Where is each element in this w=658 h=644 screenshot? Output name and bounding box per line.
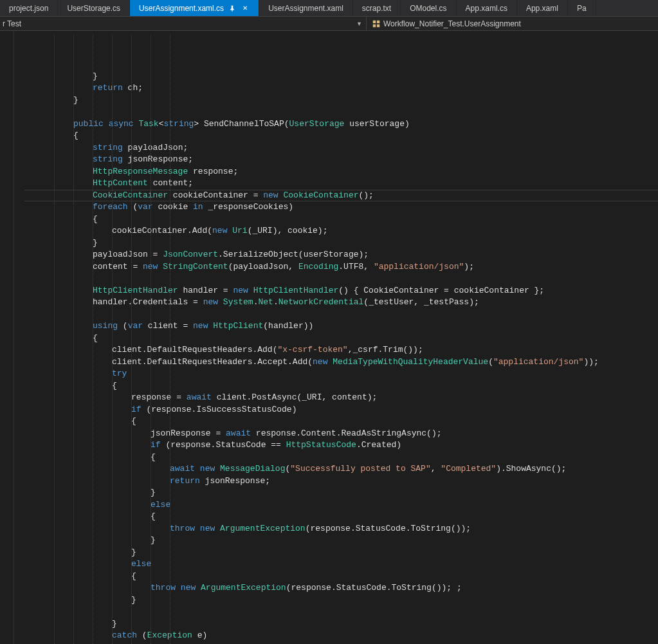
tab-label: UserStorage.cs — [67, 4, 120, 13]
code-line[interactable]: } — [24, 547, 658, 559]
code-line[interactable] — [24, 106, 658, 118]
code-line[interactable]: content = new StringContent(payloadJson,… — [24, 261, 658, 273]
code-line[interactable]: jsonResponse = await response.Content.Re… — [24, 428, 658, 440]
code-line[interactable]: handler.Credentials = new System.Net.Net… — [24, 297, 658, 309]
member-label: Workflow_Notifier_Test.UserAssignment — [383, 19, 521, 28]
pin-icon[interactable] — [228, 4, 237, 13]
svg-rect-0 — [373, 20, 376, 23]
tab-bar: project.jsonUserStorage.csUserAssignment… — [0, 0, 658, 17]
tab-label: UserAssignment.xaml — [268, 4, 343, 13]
code-line[interactable]: } — [24, 237, 658, 250]
code-line[interactable]: } — [24, 71, 658, 83]
tab-pa[interactable]: Pa — [568, 0, 596, 16]
tab-project-json[interactable]: project.json — [0, 0, 58, 16]
code-line[interactable]: { — [24, 571, 658, 583]
code-line[interactable]: return ch; — [24, 82, 658, 95]
code-line[interactable]: else — [24, 499, 658, 511]
code-line[interactable]: await new MessageDialog("Successfully po… — [24, 463, 658, 475]
code-line[interactable]: return jsonResponse; — [24, 475, 658, 488]
code-line[interactable]: { — [24, 642, 658, 645]
code-line[interactable]: CookieContainer cookieContainer = new Co… — [24, 190, 658, 202]
tab-userassignment-xaml-cs[interactable]: UserAssignment.xaml.cs✕ — [130, 0, 259, 16]
code-line[interactable]: } — [24, 535, 658, 547]
code-line[interactable]: { — [24, 214, 658, 226]
code-line[interactable]: { — [24, 452, 658, 464]
tab-label: scrap.txt — [362, 4, 391, 13]
code-line[interactable]: { — [24, 511, 658, 523]
code-line[interactable]: { — [24, 333, 658, 345]
code-line[interactable]: if (response.StatusCode == HttpStatusCod… — [24, 439, 658, 452]
tab-label: OModel.cs — [410, 4, 446, 13]
code-line[interactable]: } — [24, 487, 658, 499]
tab-label: Pa — [577, 4, 587, 13]
svg-rect-3 — [377, 24, 379, 26]
code-line[interactable]: throw new ArgumentException(response.Sta… — [24, 523, 658, 535]
svg-rect-1 — [377, 20, 379, 23]
code-line[interactable] — [24, 606, 658, 618]
scope-dropdown[interactable]: r Test ▼ — [0, 17, 367, 30]
member-dropdown[interactable]: Workflow_Notifier_Test.UserAssignment — [367, 19, 521, 28]
code-line[interactable]: HttpResponseMessage response; — [24, 166, 658, 178]
code-line[interactable]: throw new ArgumentException(response.Sta… — [24, 582, 658, 594]
code-line[interactable]: payloadJson = JsonConvert.SerializeObjec… — [24, 249, 658, 261]
code-line[interactable]: string payloadJson; — [24, 142, 658, 154]
close-icon[interactable]: ✕ — [241, 4, 250, 13]
tab-app-xaml-cs[interactable]: App.xaml.cs — [457, 0, 517, 16]
tab-omodel-cs[interactable]: OModel.cs — [401, 0, 456, 16]
code-editor[interactable]: }return ch;}public async Task<string> Se… — [0, 31, 658, 644]
code-line[interactable]: { — [24, 380, 658, 392]
svg-rect-2 — [373, 24, 376, 26]
class-icon — [372, 19, 381, 28]
code-line[interactable]: cookieContainer.Add(new Uri(_URI), cooki… — [24, 225, 658, 237]
code-line[interactable]: else — [24, 558, 658, 571]
tab-label: project.json — [9, 4, 48, 13]
tab-scrap-txt[interactable]: scrap.txt — [353, 0, 401, 16]
tab-app-xaml[interactable]: App.xaml — [517, 0, 568, 16]
code-line[interactable]: HttpContent content; — [24, 178, 658, 190]
code-line[interactable]: using (var client = new HttpClient(handl… — [24, 320, 658, 333]
code-line[interactable]: } — [24, 618, 658, 630]
code-line[interactable]: catch (Exception e) — [24, 630, 658, 642]
code-line[interactable]: try — [24, 368, 658, 380]
tab-label: UserAssignment.xaml.cs — [139, 4, 224, 13]
editor-gutter — [0, 31, 14, 644]
code-line[interactable]: foreach (var cookie in _responseCookies) — [24, 201, 658, 214]
code-line[interactable]: client.DefaultRequestHeaders.Add("x-csrf… — [24, 344, 658, 356]
code-line[interactable]: string jsonResponse; — [24, 154, 658, 166]
code-line[interactable]: { — [24, 416, 658, 428]
code-line[interactable]: { — [24, 130, 658, 142]
navigation-bar: r Test ▼ Workflow_Notifier_Test.UserAssi… — [0, 17, 658, 31]
chevron-down-icon: ▼ — [355, 21, 363, 27]
tab-label: App.xaml — [526, 4, 558, 13]
code-line[interactable]: } — [24, 95, 658, 107]
outline-column — [14, 31, 24, 644]
code-line[interactable]: if (response.IsSuccessStatusCode) — [24, 404, 658, 416]
code-line[interactable]: response = await client.PostAsync(_URI, … — [24, 392, 658, 404]
code-line[interactable] — [24, 309, 658, 321]
tab-userassignment-xaml[interactable]: UserAssignment.xaml — [259, 0, 353, 16]
code-line[interactable] — [24, 273, 658, 285]
scope-label: r Test — [3, 19, 355, 28]
code-line[interactable]: client.DefaultRequestHeaders.Accept.Add(… — [24, 356, 658, 369]
tab-label: App.xaml.cs — [466, 4, 507, 13]
code-area[interactable]: }return ch;}public async Task<string> Se… — [24, 31, 658, 644]
code-line[interactable]: HttpClientHandler handler = new HttpClie… — [24, 285, 658, 297]
tab-userstorage-cs[interactable]: UserStorage.cs — [58, 0, 130, 16]
code-line[interactable]: public async Task<string> SendChannelToS… — [24, 118, 658, 131]
code-line[interactable]: } — [24, 594, 658, 607]
